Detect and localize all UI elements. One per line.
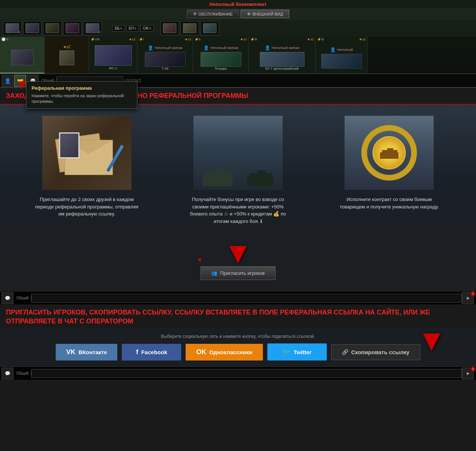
equip-image-5 xyxy=(86,23,99,33)
tank-name-bt7: БТ-7 артиллерийский xyxy=(265,67,299,70)
equip-add-1: + xyxy=(18,30,20,34)
equipment-bar: + + ББ 0 БП 0 ОФ 0 xyxy=(0,20,476,37)
chat-icon-bottom: 💬 xyxy=(5,371,10,376)
tank-item-1[interactable]: ⚪ X ▼ xyxy=(0,37,45,73)
equip-slot-med[interactable] xyxy=(160,21,179,35)
equip-image-fire xyxy=(183,23,196,33)
eye-icon: 👁 xyxy=(247,12,251,16)
copy-icon: 🔗 xyxy=(342,349,348,355)
facebook-label: Facebook xyxy=(141,349,167,355)
social-buttons: VK ВКонтакте f Facebook OK Одноклассники… xyxy=(7,343,469,361)
tooltip-description: Нажмите, чтобы перейти на экран рефераль… xyxy=(32,93,132,105)
equip-image-med xyxy=(163,23,176,33)
tank-tier-1: ⚪ X xyxy=(1,37,9,41)
tank-item-2[interactable]: ⚡VIII ★x2 МС-1 xyxy=(89,37,137,73)
feature-item-invite: Приглашайте до 2 своих друзей в каждом п… xyxy=(15,116,159,225)
tank-carousel: ⚪ X ▼ ★x2 ⚡VIII ★x2 МС-1 ⚡I ★x2 👤 xyxy=(0,37,476,74)
game-title: Неполный боекомплект xyxy=(209,1,267,7)
tank-item-3[interactable]: ⚡I ★x2 👤 Неполный экипаж Т-45 xyxy=(137,37,193,73)
chat-btn-middle[interactable]: 💬 xyxy=(1,292,13,304)
equip-slot-1[interactable]: + xyxy=(3,21,22,35)
vk-label: ВКонтакте xyxy=(78,349,107,355)
share-section: Выберите социальную сеть и нажмите кнопк… xyxy=(0,328,476,366)
equip-image-3 xyxy=(46,23,59,33)
vk-share-button[interactable]: VK ВКонтакте xyxy=(56,344,117,361)
chat-bar-bottom: 💬 Общий ➤ 2 xyxy=(0,366,476,380)
facebook-icon: f xyxy=(136,348,138,356)
appearance-button[interactable]: 👁 ВНЕШНИЙ ВИД xyxy=(241,10,289,18)
tank-name-mc1: МС-1 xyxy=(109,66,117,70)
tooltip-title: Реферальная программа xyxy=(32,85,132,91)
feature-item-medal: Исполните контракт со своим боевым товар… xyxy=(317,116,461,225)
letters-decoration xyxy=(53,129,120,177)
invite-players-button[interactable]: 👥 Пригласить игроков xyxy=(200,266,276,280)
crew-warn-label-4: Неполный экипаж xyxy=(211,46,238,50)
tank-item-6[interactable]: ⚡III ★x2 👤 Неполный xyxy=(316,37,368,73)
feature-image-letters xyxy=(42,116,131,190)
bb-counter: ББ 0 xyxy=(112,25,125,32)
equip-slot-repair[interactable] xyxy=(200,21,219,35)
crew-warn-label-3: Неполный экипаж xyxy=(155,46,183,50)
features-row: Приглашайте до 2 своих друзей в каждом п… xyxy=(15,116,461,225)
game-ui-top: Неполный боекомплект ⚙ ОБСЛУЖИВАНИЕ 👁 ВН… xyxy=(0,0,476,88)
instruction-2-text: ПРИГЛАСИТЬ ИГРОКОВ, СКОПИРОВАТЬ ССЫЛКУ, … xyxy=(6,308,470,326)
odnoklassniki-label: Одноклассники xyxy=(209,349,252,355)
title-bar: Неполный боекомплект xyxy=(0,0,476,8)
invite-icon: 👥 xyxy=(211,270,217,276)
feature-3-desc: Исполните контракт со своим боевым товар… xyxy=(337,196,441,210)
send-icon-middle: ➤ xyxy=(466,296,470,301)
equip-slot-4[interactable] xyxy=(63,21,82,35)
crew-warn-label-5: Неполный экипаж xyxy=(272,46,300,50)
big-arrow-down-2: ▼ xyxy=(417,327,446,354)
send-icon-bottom: ➤ xyxy=(466,371,470,376)
tank-name-tetrarh: Тетрарх xyxy=(215,67,227,70)
chat-icon-middle: 💬 xyxy=(5,296,10,301)
crew-warn-icon-5: 👤 xyxy=(265,45,270,50)
copy-link-button[interactable]: 🔗 Скопировать ссылку xyxy=(331,344,420,360)
equip-image-repair xyxy=(203,23,216,33)
share-label: Выберите социальную сеть и нажмите кнопк… xyxy=(7,334,469,339)
feature-item-bonus: Получайте бонусы при игре во взводе со с… xyxy=(166,116,310,225)
equip-slot-2[interactable] xyxy=(23,21,42,35)
crew-warn-icon-6: 👤 xyxy=(330,47,336,52)
service-buttons: ⚙ ОБСЛУЖИВАНИЕ 👁 ВНЕШНИЙ ВИД xyxy=(0,8,476,20)
small-red-dot xyxy=(198,258,201,261)
chat-input-middle[interactable] xyxy=(31,294,462,303)
crew-warn-icon-4: 👤 xyxy=(203,45,209,50)
chat-bar-middle: 💬 Общий ➤ 1 xyxy=(0,291,476,304)
twitter-share-button[interactable]: 🐦 Twitter xyxy=(267,343,327,361)
feature-image-tanks xyxy=(193,116,283,190)
red-arrow-indicator: ▼ xyxy=(16,78,29,91)
equip-image-4 xyxy=(66,23,79,33)
equip-slot-5[interactable]: + xyxy=(83,21,102,35)
feature-1-desc: Приглашайте до 2 своих друзей в каждом п… xyxy=(35,196,139,218)
tank-item-4[interactable]: ⚡II ★x2 👤 Неполный экипаж Тетрарх xyxy=(193,37,249,73)
wrench-icon: ⚙ xyxy=(193,11,197,16)
invite-label: Пригласить игроков xyxy=(220,270,265,276)
tank-item-stars[interactable]: ★x2 xyxy=(45,37,89,73)
notify-badge-middle: 1 xyxy=(471,292,475,296)
tank-name-t45: Т-45 xyxy=(162,67,169,70)
profile-icon: 👤 xyxy=(4,78,11,84)
facebook-share-button[interactable]: f Facebook xyxy=(122,344,181,361)
equip-slot-fire[interactable] xyxy=(180,21,199,35)
tank-item-5[interactable]: ⚡III ★x2 👤 Неполный экипаж БТ-7 артиллер… xyxy=(249,37,316,73)
odnoklassniki-icon: OK xyxy=(196,348,206,356)
vk-icon: VK xyxy=(66,348,75,356)
chat-btn-bottom[interactable]: 💬 xyxy=(1,368,13,379)
chat-channel-bottom: Общий xyxy=(14,371,31,375)
chat-input-bottom[interactable] xyxy=(31,369,462,378)
equip-image-1 xyxy=(6,23,19,33)
feature-image-medal xyxy=(345,116,434,190)
twitter-icon: 🐦 xyxy=(283,348,291,356)
chat-channel-middle: Общий xyxy=(14,296,31,300)
equip-slot-3[interactable] xyxy=(43,21,62,35)
equip-image-2 xyxy=(26,23,39,33)
odnoklassniki-share-button[interactable]: OK Одноклассники xyxy=(186,344,263,361)
referral-content: Приглашайте до 2 своих друзей в каждом п… xyxy=(0,105,476,291)
feature-2-desc: Получайте бонусы при игре во взводе со с… xyxy=(186,196,290,225)
service-button[interactable]: ⚙ ОБСЛУЖИВАНИЕ xyxy=(187,10,239,18)
invite-section: ▼ 👥 Пригласить игроков xyxy=(200,240,276,280)
referral-tooltip: Реферальная программа Нажмите, чтобы пер… xyxy=(26,81,137,109)
profile-button[interactable]: 👤 xyxy=(1,75,13,87)
